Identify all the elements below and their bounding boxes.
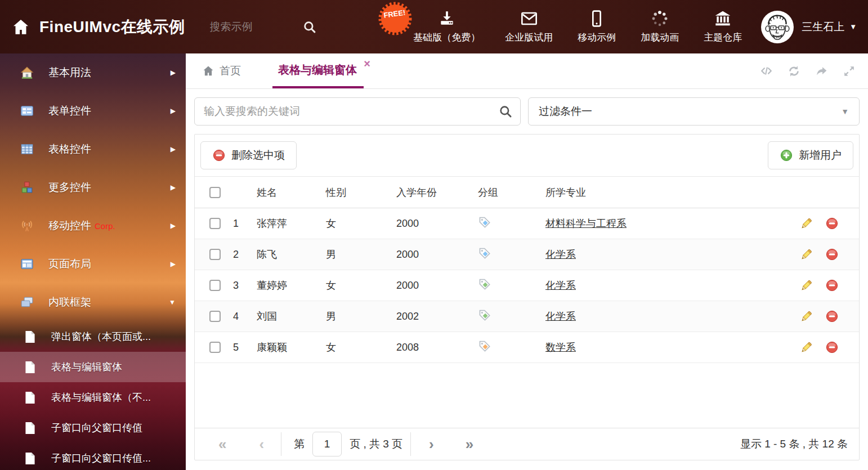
major-link[interactable]: 化学系 [545, 311, 576, 322]
cell-gender: 男 [321, 248, 392, 261]
page-number-input[interactable] [312, 432, 342, 456]
edit-pencil-icon[interactable] [799, 279, 813, 292]
sidebar-item-form-controls[interactable]: 表单控件 ▶ [0, 92, 186, 130]
table-row: 2 陈飞 男 2000 化学系 [195, 239, 859, 270]
close-icon[interactable]: × [364, 58, 370, 69]
minus-circle-icon [212, 149, 226, 162]
row-checkbox[interactable] [209, 218, 221, 229]
major-link[interactable]: 化学系 [545, 280, 576, 291]
sidebar-subitem-label: 子窗口向父窗口传值 [51, 421, 142, 435]
edit-pencil-icon[interactable] [799, 310, 813, 323]
first-page-button[interactable]: « [218, 437, 226, 451]
header-search-input[interactable] [210, 21, 294, 33]
nav-label: 移动示例 [578, 31, 616, 44]
nav-item-theme-repo[interactable]: 主题仓库 [704, 10, 742, 44]
main-content: 首页 表格与编辑窗体 × 过滤条件一 ▼ 删除选中项 [186, 53, 868, 470]
tag-icon [478, 247, 491, 260]
sidebar-subitem-child-to-parent[interactable]: 子窗口向父窗口传值 [0, 413, 186, 443]
expand-icon[interactable] [842, 64, 856, 78]
nav-item-loading-animations[interactable]: 加载动画 [641, 10, 679, 44]
cell-gender: 女 [321, 341, 392, 354]
cell-year: 2008 [392, 342, 473, 353]
delete-row-icon[interactable] [825, 279, 839, 292]
tag-icon [478, 277, 491, 291]
filter-row: 过滤条件一 ▼ [194, 97, 860, 126]
bank-icon [714, 10, 732, 28]
select-all-checkbox[interactable] [209, 187, 221, 198]
cell-year: 2000 [392, 249, 473, 261]
home-icon[interactable] [11, 17, 30, 37]
form-icon [20, 104, 34, 118]
delete-row-icon[interactable] [825, 248, 839, 261]
tab-label: 首页 [220, 64, 241, 78]
next-page-button[interactable]: › [429, 437, 434, 451]
open-in-new-icon[interactable] [815, 64, 829, 78]
top-header: FineUIMvc在线示例 FREE! 基础版（免费） 企业版试用 移动示例 [0, 0, 868, 53]
delete-selected-button[interactable]: 删除选中项 [200, 141, 297, 169]
chevron-right-icon: ▶ [171, 145, 176, 153]
keyword-search-input[interactable] [194, 97, 521, 126]
nav-item-basic-free[interactable]: FREE! 基础版（免费） [413, 10, 480, 44]
refresh-icon[interactable] [787, 64, 801, 78]
pagination-bar: « ‹ 第 页 , 共 3 页 › » 显示 1 - 5 条 , 共 12 条 [195, 428, 859, 460]
tab-grid-edit-window[interactable]: 表格与编辑窗体 × [272, 53, 364, 88]
sidebar-subitem-grid-edit-window[interactable]: 表格与编辑窗体 [0, 352, 186, 382]
delete-row-icon[interactable] [825, 217, 839, 230]
house-icon [20, 66, 34, 79]
sidebar-item-grid-controls[interactable]: 表格控件 ▶ [0, 130, 186, 168]
edit-pencil-icon[interactable] [799, 217, 813, 230]
nav-item-mobile-demo[interactable]: 移动示例 [578, 10, 616, 44]
sidebar-item-mobile-controls[interactable]: 移动控件 Corp. ▶ [0, 207, 186, 245]
user-menu[interactable]: 三生石上 ▼ [761, 11, 857, 43]
delete-row-icon[interactable] [825, 310, 839, 323]
major-link[interactable]: 数学系 [545, 342, 576, 353]
row-checkbox[interactable] [209, 311, 221, 322]
row-checkbox[interactable] [209, 342, 221, 353]
edit-pencil-icon[interactable] [799, 248, 813, 261]
row-checkbox[interactable] [209, 280, 221, 291]
file-icon [25, 452, 35, 465]
major-link[interactable]: 化学系 [545, 249, 576, 260]
tab-label: 表格与编辑窗体 [278, 62, 357, 78]
search-icon[interactable] [302, 20, 317, 34]
chevron-right-icon: ▶ [171, 107, 176, 115]
sidebar-item-iframe[interactable]: 内联框架 ▼ [0, 283, 186, 321]
page-prefix: 第 [294, 437, 305, 451]
major-link[interactable]: 材料科学与工程系 [545, 218, 627, 229]
sidebar-item-page-layout[interactable]: 页面布局 ▶ [0, 245, 186, 283]
page-count: 页 , 共 3 页 [350, 437, 402, 451]
column-header-group: 分组 [473, 186, 541, 199]
sidebar-subitem-popup-window[interactable]: 弹出窗体（本页面或... [0, 321, 186, 352]
row-index: 1 [221, 218, 251, 230]
edit-pencil-icon[interactable] [799, 341, 813, 354]
table-row: 5 康颖颖 女 2008 数学系 [195, 332, 859, 363]
username[interactable]: 三生石上 [802, 20, 844, 34]
sidebar-subitem-label: 弹出窗体（本页面或... [51, 330, 151, 343]
source-code-icon[interactable] [759, 64, 773, 78]
sidebar: 基本用法 ▶ 表单控件 ▶ 表格控件 ▶ 更多控件 ▶ 移动控件 Corp. ▶… [0, 53, 186, 470]
table-empty-area [195, 363, 859, 428]
add-user-button[interactable]: 新增用户 [768, 141, 853, 169]
sidebar-item-label: 表单控件 [48, 104, 171, 118]
sidebar-item-basic-usage[interactable]: 基本用法 ▶ [0, 53, 186, 92]
delete-row-icon[interactable] [825, 341, 839, 354]
chevron-down-icon: ▼ [169, 298, 176, 306]
free-badge: FREE! [378, 2, 412, 35]
tab-home[interactable]: 首页 [194, 53, 249, 88]
filter-dropdown[interactable]: 过滤条件一 ▼ [528, 97, 860, 126]
row-checkbox[interactable] [209, 249, 221, 260]
cell-year: 2002 [392, 311, 473, 323]
sidebar-subitem-grid-edit-window-2[interactable]: 表格与编辑窗体（不... [0, 382, 186, 413]
prev-page-button[interactable]: ‹ [259, 437, 264, 451]
nav-item-enterprise-trial[interactable]: 企业版试用 [505, 10, 553, 44]
sidebar-subitem-child-to-parent-2[interactable]: 子窗口向父窗口传值... [0, 443, 186, 470]
search-icon[interactable] [498, 104, 513, 119]
chevron-down-icon: ▼ [841, 107, 849, 116]
last-page-button[interactable]: » [466, 437, 473, 451]
avatar[interactable] [761, 11, 794, 43]
sidebar-item-label: 更多控件 [48, 180, 171, 195]
sidebar-item-more-controls[interactable]: 更多控件 ▶ [0, 168, 186, 207]
sidebar-item-label: 表格控件 [48, 142, 171, 156]
tab-toolbar [759, 64, 860, 78]
tag-icon [478, 308, 491, 322]
